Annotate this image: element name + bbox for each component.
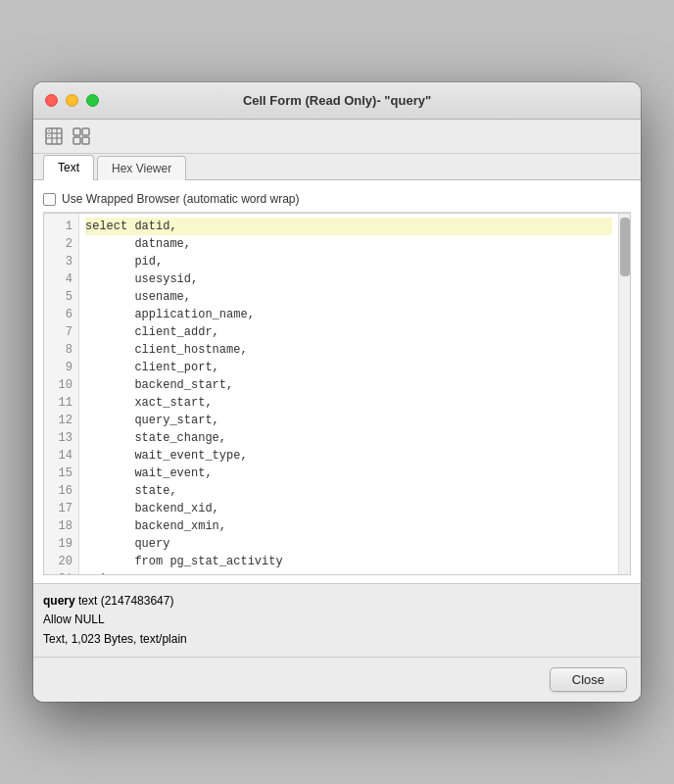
code-line: application_name,	[85, 306, 612, 323]
code-line: wait_event,	[85, 465, 612, 482]
table-icon[interactable]	[43, 125, 65, 147]
code-line: datname,	[85, 235, 612, 253]
line-number: 13	[50, 429, 72, 447]
line-numbers: 1234567891011121314151617181920212223242…	[44, 214, 79, 574]
code-line: client_hostname,	[85, 341, 612, 359]
line-number: 15	[50, 465, 72, 482]
titlebar: Cell Form (Read Only)- "query"	[33, 82, 641, 120]
meta-area: query text (2147483647) Allow NULL Text,…	[33, 583, 641, 657]
code-line: backend_start,	[85, 376, 612, 394]
line-number: 12	[50, 412, 72, 429]
line-number: 21	[50, 570, 72, 574]
wrap-checkbox[interactable]	[43, 193, 56, 206]
meta-field-name: query	[43, 594, 75, 608]
svg-rect-5	[73, 128, 80, 135]
code-line: query_start,	[85, 412, 612, 429]
tabs-bar: Text Hex Viewer	[33, 154, 641, 180]
code-line: backend_xmin,	[85, 517, 612, 535]
line-number: 17	[50, 500, 72, 517]
line-number: 20	[50, 553, 72, 570]
line-number: 5	[50, 288, 72, 306]
close-button[interactable]: Close	[550, 667, 627, 692]
code-line: select datid,	[85, 218, 612, 235]
line-number: 9	[50, 359, 72, 376]
tab-hex-viewer[interactable]: Hex Viewer	[97, 156, 186, 180]
line-number: 19	[50, 535, 72, 553]
svg-rect-8	[82, 137, 89, 144]
content-area: Use Wrapped Browser (automatic word wrap…	[33, 180, 641, 583]
line-number: 7	[50, 323, 72, 341]
scrollbar[interactable]	[618, 214, 630, 574]
window-title: Cell Form (Read Only)- "query"	[243, 93, 431, 108]
grid-icon[interactable]	[71, 125, 92, 147]
code-line: client_port,	[85, 359, 612, 376]
line-number: 11	[50, 394, 72, 412]
meta-line-1: query text (2147483647)	[43, 592, 631, 611]
code-line: from pg_stat_activity	[85, 553, 612, 570]
toolbar	[33, 120, 641, 154]
svg-rect-7	[73, 137, 80, 144]
wrap-option-label: Use Wrapped Browser (automatic word wrap…	[62, 192, 300, 206]
code-line: usename,	[85, 288, 612, 306]
code-line: state,	[85, 482, 612, 500]
code-line: wait_event_type,	[85, 447, 612, 465]
meta-field-type: text (2147483647)	[75, 594, 174, 608]
line-number: 3	[50, 253, 72, 270]
line-number: 18	[50, 517, 72, 535]
meta-line-3: Text, 1,023 Bytes, text/plain	[43, 630, 631, 649]
code-content[interactable]: select datid, datname, pid, usesysid, us…	[79, 214, 618, 574]
code-line: pid,	[85, 253, 612, 270]
line-number: 14	[50, 447, 72, 465]
code-line: client_addr,	[85, 323, 612, 341]
scrollbar-thumb[interactable]	[620, 218, 630, 276]
line-number: 2	[50, 235, 72, 253]
maximize-traffic-light[interactable]	[86, 94, 99, 107]
line-number: 6	[50, 306, 72, 323]
line-number: 1	[50, 218, 72, 235]
meta-line-2: Allow NULL	[43, 611, 631, 629]
main-window: Cell Form (Read Only)- "query"	[33, 82, 641, 702]
code-editor: 1234567891011121314151617181920212223242…	[43, 213, 631, 575]
line-number: 10	[50, 376, 72, 394]
code-line: state_change,	[85, 429, 612, 447]
footer: Close	[33, 657, 641, 702]
minimize-traffic-light[interactable]	[66, 94, 78, 107]
wrap-option-row: Use Wrapped Browser (automatic word wrap…	[43, 188, 631, 213]
code-line: query	[85, 535, 612, 553]
line-number: 8	[50, 341, 72, 359]
line-number: 16	[50, 482, 72, 500]
code-line: usesysid,	[85, 270, 612, 288]
code-line: xact_start,	[85, 394, 612, 412]
code-line: union	[85, 570, 612, 574]
window-controls	[45, 94, 99, 107]
tab-text[interactable]: Text	[43, 155, 94, 180]
close-traffic-light[interactable]	[45, 94, 58, 107]
svg-rect-6	[82, 128, 89, 135]
line-number: 4	[50, 270, 72, 288]
code-line: backend_xid,	[85, 500, 612, 517]
